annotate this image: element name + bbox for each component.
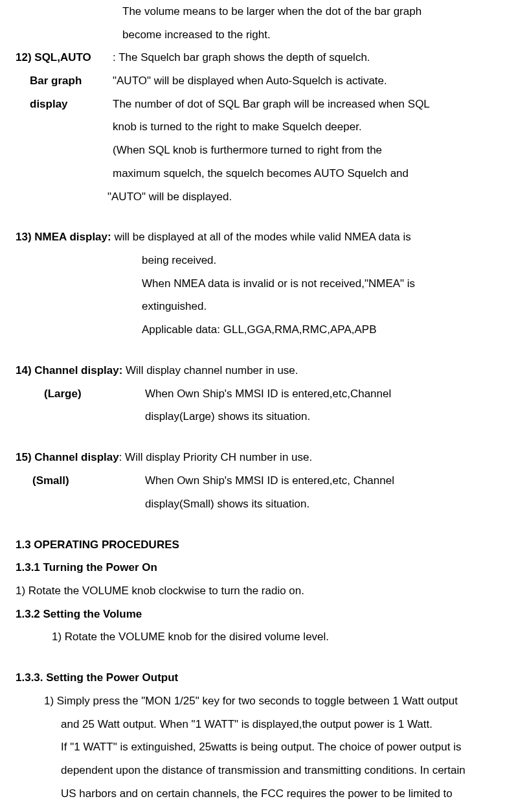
item-15-line2: When Own Ship's MMSI ID is entered,etc, …: [145, 469, 500, 493]
item-14-sublabel: (Large): [16, 382, 145, 406]
heading-1-3: 1.3 OPERATING PROCEDURES: [16, 533, 500, 557]
item-15-line3: display(Small) shows its situation.: [145, 493, 500, 516]
item-12-label-line1: 12) SQL,AUTO: [16, 46, 113, 69]
item-12: 12) SQL,AUTO Bar graph display : The Squ…: [16, 46, 500, 208]
item-14-body: (Large) When Own Ship's MMSI ID is enter…: [16, 382, 500, 428]
spacer: [16, 428, 500, 446]
item-12-body-line2: "AUTO" will be displayed when Auto-Squel…: [113, 69, 500, 93]
volume-note-line1: The volume means to be larger when the d…: [16, 0, 500, 23]
spacer: [16, 515, 500, 533]
item-14-line3: display(Large) shows its situation.: [145, 405, 500, 428]
item-13-rest: will be displayed at all of the modes wh…: [111, 231, 411, 243]
item-14-head: 14) Channel display:: [16, 364, 122, 377]
item-15-line1: 15) Channel display: Will display Priori…: [16, 446, 500, 469]
item-12-body-line6: maximum squelch, the squelch becomes AUT…: [113, 162, 500, 185]
proc-1-3-3-line1: 1) Simply press the "MON 1/25" key for t…: [16, 690, 500, 713]
item-13-line2: being received.: [16, 249, 500, 272]
item-15-sublabel: (Small): [16, 469, 145, 493]
proc-1-3-3-line2: and 25 Watt output. When "1 WATT" is dis…: [16, 713, 500, 736]
item-13-head: 13) NMEA display:: [16, 231, 111, 243]
spacer: [16, 342, 500, 359]
proc-1-3-2-step1: 1) Rotate the VOLUME knob for the disire…: [16, 625, 500, 649]
item-14-rest: Will display channel number in use.: [122, 364, 298, 377]
item-15-head: 15) Channel display: [16, 451, 119, 463]
item-12-body-line4: knob is turned to the right to make Sque…: [113, 115, 500, 139]
item-14-line2: When Own Ship's MMSI ID is entered,etc,C…: [145, 382, 500, 406]
spacer: [16, 208, 500, 226]
item-12-label-line2: Bar graph: [16, 69, 113, 93]
item-15-body: (Small) When Own Ship's MMSI ID is enter…: [16, 469, 500, 515]
item-12-body-line5: (When SQL knob is furthermore turned to …: [113, 139, 500, 162]
proc-1-3-3-line4: dependent upon the distance of transmiss…: [16, 759, 500, 782]
item-13-line5: Applicable data: GLL,GGA,RMA,RMC,APA,APB: [16, 318, 500, 342]
proc-1-3-3-line3: If "1 WATT" is extinguished, 25watts is …: [16, 736, 500, 759]
heading-1-3-1: 1.3.1 Turning the Power On: [16, 556, 500, 579]
proc-1-3-3-line5: US harbors and on certain channels, the …: [16, 782, 500, 806]
heading-1-3-3: 1.3.3. Setting the Power Output: [16, 666, 500, 690]
item-14-line1: 14) Channel display: Will display channe…: [16, 359, 500, 382]
spacer: [16, 649, 500, 666]
item-13-line4: extinguished.: [16, 295, 500, 318]
item-13-line3: When NMEA data is invalid or is not rece…: [16, 272, 500, 296]
document-page: The volume means to be larger when the d…: [0, 0, 516, 812]
volume-note-line2: become increased to the right.: [16, 23, 500, 47]
item-12-body-line1: : The Squelch bar graph shows the depth …: [113, 46, 500, 69]
item-12-body-line7: "AUTO" will be displayed.: [107, 185, 500, 209]
item-13-line1: 13) NMEA display: will be displayed at a…: [16, 226, 500, 249]
item-12-body-line3: The number of dot of SQL Bar graph will …: [113, 93, 500, 116]
item-15-rest: : Will display Priority CH number in use…: [119, 451, 313, 463]
heading-1-3-2: 1.3.2 Setting the Volume: [16, 603, 500, 626]
item-12-label-line3: display: [16, 93, 113, 116]
proc-1-3-1-step1: 1) Rotate the VOLUME knob clockwise to t…: [16, 579, 500, 603]
